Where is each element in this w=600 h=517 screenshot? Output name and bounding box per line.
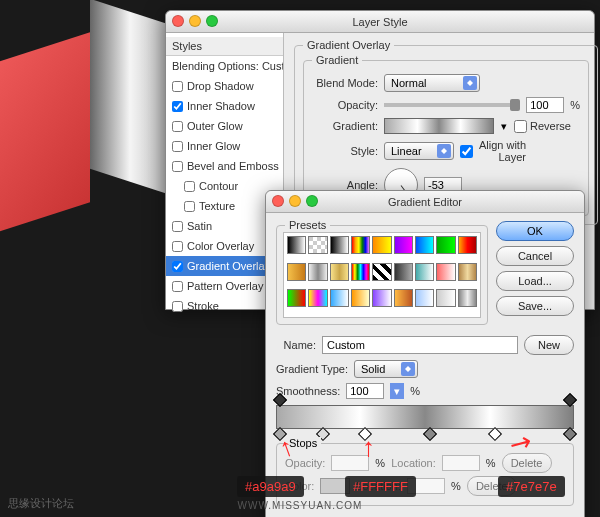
style-row-outer-glow[interactable]: Outer Glow — [166, 116, 283, 136]
style-row-bevel-and-emboss[interactable]: Bevel and Emboss — [166, 156, 283, 176]
stops-label: Stops — [285, 437, 321, 449]
panel-legend-inner: Gradient — [312, 54, 362, 66]
preset-swatch[interactable] — [351, 236, 370, 254]
dropdown-icon[interactable]: ▾ — [390, 383, 404, 399]
layer-style-titlebar[interactable]: Layer Style — [166, 11, 594, 33]
preset-swatch[interactable] — [330, 289, 349, 307]
stop-location-input[interactable] — [442, 455, 480, 471]
style-label: Style: — [312, 145, 378, 157]
preset-swatch[interactable] — [287, 289, 306, 307]
color-stop[interactable] — [358, 427, 372, 441]
preset-swatch[interactable] — [436, 289, 455, 307]
gradient-type-label: Gradient Type: — [276, 363, 348, 375]
preset-swatch[interactable] — [308, 236, 327, 254]
style-row-drop-shadow[interactable]: Drop Shadow — [166, 76, 283, 96]
close-icon[interactable] — [272, 195, 284, 207]
preset-swatch[interactable] — [458, 289, 477, 307]
color-stop[interactable] — [423, 427, 437, 441]
minimize-icon[interactable] — [289, 195, 301, 207]
zoom-icon[interactable] — [306, 195, 318, 207]
chevron-updown-icon — [437, 144, 451, 158]
background-cube — [0, 10, 180, 290]
preset-swatch[interactable] — [458, 263, 477, 281]
layer-style-title: Layer Style — [352, 16, 407, 28]
preset-swatch[interactable] — [372, 236, 391, 254]
gradient-editor-title: Gradient Editor — [388, 196, 462, 208]
preset-swatch[interactable] — [330, 263, 349, 281]
preset-swatch[interactable] — [372, 289, 391, 307]
stop-opacity-input[interactable] — [331, 455, 369, 471]
blend-mode-select[interactable]: Normal — [384, 74, 480, 92]
stop-color-swatch[interactable] — [320, 478, 350, 494]
chevron-updown-icon — [463, 76, 477, 90]
delete-stop-button[interactable]: Delete — [502, 453, 552, 473]
close-icon[interactable] — [172, 15, 184, 27]
ge-save-button[interactable]: Save... — [496, 296, 574, 316]
ge-ok-button[interactable]: OK — [496, 221, 574, 241]
preset-swatch[interactable] — [394, 236, 413, 254]
name-label: Name: — [276, 339, 316, 351]
preset-swatch[interactable] — [394, 289, 413, 307]
stop-location-input[interactable] — [407, 478, 445, 494]
preset-swatch[interactable] — [372, 263, 391, 281]
color-stop[interactable] — [563, 427, 577, 441]
preset-swatch[interactable] — [415, 236, 434, 254]
preset-swatch[interactable] — [436, 263, 455, 281]
style-row-inner-glow[interactable]: Inner Glow — [166, 136, 283, 156]
preset-swatch[interactable] — [415, 263, 434, 281]
preset-swatch[interactable] — [287, 236, 306, 254]
chevron-updown-icon — [401, 362, 415, 376]
reverse-checkbox[interactable]: Reverse — [514, 120, 580, 133]
align-checkbox[interactable]: Align with Layer — [460, 139, 526, 163]
opacity-label: Opacity: — [312, 99, 378, 111]
color-stop[interactable] — [488, 427, 502, 441]
opacity-input[interactable] — [526, 97, 564, 113]
style-row-inner-shadow[interactable]: Inner Shadow — [166, 96, 283, 116]
zoom-icon[interactable] — [206, 15, 218, 27]
presets-label: Presets — [285, 219, 330, 231]
panel-legend-outer: Gradient Overlay — [303, 39, 394, 51]
gradient-editor-titlebar[interactable]: Gradient Editor — [266, 191, 584, 213]
ge-cancel-button[interactable]: Cancel — [496, 246, 574, 266]
delete-stop-button[interactable]: Delete — [467, 476, 517, 496]
preset-swatch[interactable] — [351, 263, 370, 281]
stops-group: Stops Opacity: % Location: % Delete Colo… — [276, 443, 574, 506]
watermark: WWW.MISSYUAN.COM — [0, 500, 600, 511]
preset-swatch[interactable] — [436, 236, 455, 254]
blend-mode-label: Blend Mode: — [312, 77, 378, 89]
name-input[interactable] — [322, 336, 518, 354]
preset-swatch[interactable] — [394, 263, 413, 281]
preset-swatch[interactable] — [287, 263, 306, 281]
presets-grid[interactable] — [283, 232, 481, 318]
gradient-dropdown-icon[interactable]: ▾ — [500, 120, 508, 133]
window-controls[interactable] — [172, 15, 218, 27]
blending-options-row[interactable]: Blending Options: Custom — [166, 56, 283, 76]
window-controls[interactable] — [272, 195, 318, 207]
ge-load-button[interactable]: Load... — [496, 271, 574, 291]
new-button[interactable]: New — [524, 335, 574, 355]
preset-swatch[interactable] — [308, 263, 327, 281]
preset-swatch[interactable] — [415, 289, 434, 307]
opacity-slider[interactable] — [384, 103, 520, 107]
preset-swatch[interactable] — [308, 289, 327, 307]
smoothness-label: Smoothness: — [276, 385, 340, 397]
gradient-label: Gradient: — [312, 120, 378, 132]
gradient-editor-window: Gradient Editor Presets OK Cancel Load..… — [265, 190, 585, 517]
preset-swatch[interactable] — [458, 236, 477, 254]
gradient-swatch[interactable] — [384, 118, 494, 134]
styles-header[interactable]: Styles — [166, 37, 283, 56]
preset-swatch[interactable] — [351, 289, 370, 307]
minimize-icon[interactable] — [189, 15, 201, 27]
gradient-bar[interactable] — [276, 405, 574, 429]
watermark-left: 思缘设计论坛 — [8, 496, 74, 511]
gradient-type-select[interactable]: Solid — [354, 360, 418, 378]
smoothness-input[interactable] — [346, 383, 384, 399]
style-select[interactable]: Linear — [384, 142, 454, 160]
preset-swatch[interactable] — [330, 236, 349, 254]
